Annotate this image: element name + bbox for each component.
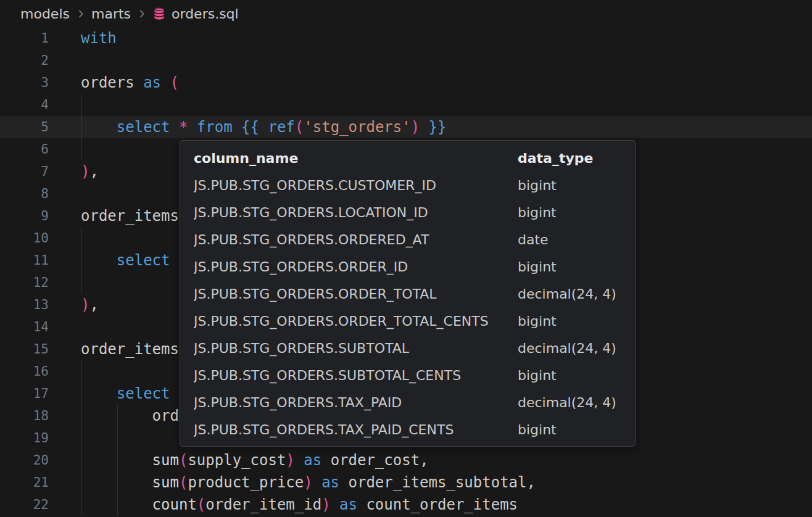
token-id: order_item_id xyxy=(205,496,321,513)
line-number[interactable]: 5 xyxy=(0,116,49,138)
breadcrumb: models marts orders.sql xyxy=(0,0,812,27)
token-ws xyxy=(313,474,321,491)
token-ws xyxy=(161,74,170,91)
popup-cell-data-type: decimal(24, 4) xyxy=(518,389,621,416)
line-number[interactable]: 6 xyxy=(0,138,49,160)
code-line-1[interactable]: 1with xyxy=(0,27,812,49)
line-number[interactable]: 8 xyxy=(0,183,49,205)
breadcrumb-item-file[interactable]: orders.sql xyxy=(172,6,239,22)
line-number[interactable]: 18 xyxy=(0,405,49,427)
token-id: orders xyxy=(81,74,135,91)
line-number[interactable]: 21 xyxy=(0,471,49,494)
popup-cell-column-name: JS.PUB.STG_ORDERS.ORDER_TOTAL_CENTS xyxy=(194,307,518,334)
token-paren: ( xyxy=(179,452,188,469)
token-kw: select xyxy=(117,385,170,402)
line-content[interactable]: ), xyxy=(49,160,99,183)
token-ws xyxy=(357,496,366,513)
popup-cell-column-name: JS.PUB.STG_ORDERS.TAX_PAID xyxy=(194,389,518,416)
token-ws xyxy=(331,496,339,513)
line-content[interactable]: ord xyxy=(49,405,179,427)
token-paren: ( xyxy=(179,474,188,491)
line-number[interactable]: 16 xyxy=(0,360,49,383)
line-number[interactable]: 14 xyxy=(0,316,49,338)
token-kw: with xyxy=(81,30,117,47)
line-number[interactable]: 10 xyxy=(0,227,49,249)
line-content[interactable]: sum(product_price) as order_items_subtot… xyxy=(49,471,536,494)
line-content[interactable] xyxy=(49,49,81,72)
line-content[interactable]: ), xyxy=(49,294,99,316)
line-number[interactable]: 1 xyxy=(0,27,49,49)
token-ws xyxy=(259,118,268,136)
code-line-4[interactable]: 4 xyxy=(0,94,812,116)
line-content[interactable]: select * from {{ ref('stg_orders') }} xyxy=(49,116,446,138)
line-number[interactable]: 7 xyxy=(0,160,49,183)
popup-cell-data-type: bigint xyxy=(518,307,621,334)
code-line-20[interactable]: 20 sum(supply_cost) as order_cost, xyxy=(0,449,812,471)
database-icon xyxy=(152,7,166,20)
line-number[interactable]: 20 xyxy=(0,449,49,471)
token-id: order_items xyxy=(81,341,179,358)
popup-cell-data-type: bigint xyxy=(518,416,621,443)
line-content[interactable]: with xyxy=(49,27,117,49)
token-paren: ) xyxy=(81,296,89,313)
line-content[interactable]: select xyxy=(49,249,170,271)
line-content[interactable]: orders as ( xyxy=(49,72,179,94)
line-content[interactable] xyxy=(49,227,81,249)
code-line-21[interactable]: 21 sum(product_price) as order_items_sub… xyxy=(0,471,812,494)
token-ws xyxy=(81,252,117,269)
token-paren: ) xyxy=(321,496,330,513)
token-ws xyxy=(81,474,152,491)
token-ws xyxy=(170,118,179,136)
line-number[interactable]: 2 xyxy=(0,49,49,72)
breadcrumb-item-marts[interactable]: marts xyxy=(91,6,131,22)
line-number[interactable]: 4 xyxy=(0,94,49,116)
token-ws xyxy=(81,407,152,424)
token-kw: select xyxy=(117,252,170,269)
token-ws xyxy=(321,452,330,469)
line-content[interactable] xyxy=(49,183,81,205)
line-number[interactable]: 9 xyxy=(0,205,49,227)
line-number[interactable]: 22 xyxy=(0,494,49,516)
indent-guide xyxy=(81,360,82,516)
token-ws xyxy=(81,452,152,469)
token-paren: ( xyxy=(170,74,179,91)
line-number[interactable]: 3 xyxy=(0,72,49,94)
token-paren: ) xyxy=(286,452,294,469)
hover-popup[interactable]: column_namedata_typeJS.PUB.STG_ORDERS.CU… xyxy=(180,140,636,447)
token-fn: sum xyxy=(152,474,179,491)
code-line-5[interactable]: 5 select * from {{ ref('stg_orders') }} xyxy=(0,116,812,138)
token-id: count_order_items xyxy=(366,496,518,513)
line-number[interactable]: 12 xyxy=(0,271,49,294)
line-content[interactable]: select xyxy=(49,383,170,405)
popup-cell-data-type: bigint xyxy=(518,172,621,199)
popup-cell-data-type: bigint xyxy=(518,199,621,226)
line-content[interactable]: sum(supply_cost) as order_cost, xyxy=(49,449,429,471)
code-line-2[interactable]: 2 xyxy=(0,49,812,72)
line-content[interactable] xyxy=(49,360,81,383)
line-content[interactable]: order_items xyxy=(49,205,179,227)
line-number[interactable]: 11 xyxy=(0,249,49,271)
line-content[interactable]: count(order_item_id) as count_order_item… xyxy=(49,494,518,516)
chevron-right-icon xyxy=(75,9,86,19)
token-id: order_cost xyxy=(331,452,420,469)
line-content[interactable] xyxy=(49,271,81,294)
token-paren: ) xyxy=(81,163,89,180)
token-id: , xyxy=(89,163,98,180)
line-content[interactable] xyxy=(49,94,81,116)
line-number[interactable]: 13 xyxy=(0,294,49,316)
line-content[interactable] xyxy=(49,427,81,449)
breadcrumb-item-models[interactable]: models xyxy=(20,6,70,22)
line-content[interactable] xyxy=(49,316,81,338)
line-content[interactable] xyxy=(49,138,81,160)
line-number[interactable]: 19 xyxy=(0,427,49,449)
line-number[interactable]: 15 xyxy=(0,338,49,360)
line-number[interactable]: 17 xyxy=(0,383,49,405)
token-kw: as xyxy=(143,74,161,91)
token-fn: sum xyxy=(152,452,179,469)
popup-cell-column-name: JS.PUB.STG_ORDERS.ORDER_ID xyxy=(194,253,518,280)
code-line-22[interactable]: 22 count(order_item_id) as count_order_i… xyxy=(0,494,812,516)
code-line-3[interactable]: 3orders as ( xyxy=(0,72,812,94)
line-content[interactable]: order_items xyxy=(49,338,179,360)
token-kw: as xyxy=(304,452,321,469)
column-info-table: column_namedata_typeJS.PUB.STG_ORDERS.CU… xyxy=(180,144,635,443)
